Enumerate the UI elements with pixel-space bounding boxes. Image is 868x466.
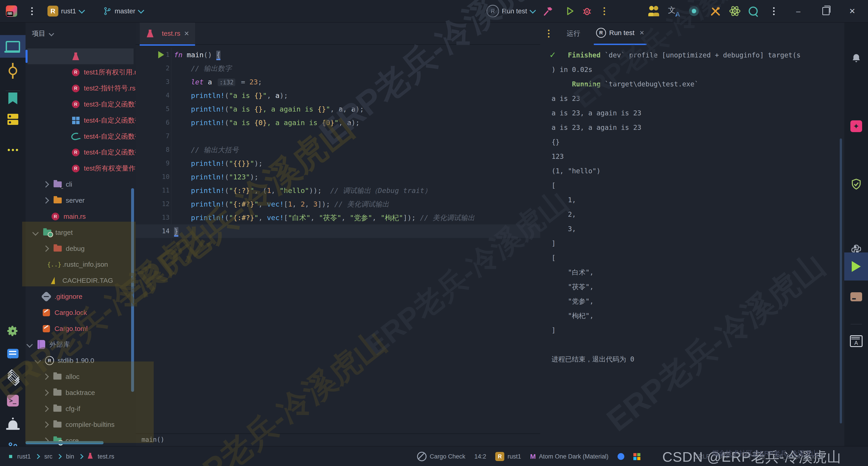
- translate-button[interactable]: 文A: [668, 0, 679, 22]
- project-widget[interactable]: R rust1: [48, 0, 84, 22]
- tree-row[interactable]: Rmain.rs: [26, 209, 135, 225]
- tab-run-test[interactable]: R Run test ✕: [594, 23, 647, 45]
- cargo-check-widget[interactable]: Cargo Check: [417, 452, 465, 461]
- tree-row[interactable]: Rtest4-自定义函数夺: [26, 145, 135, 161]
- breadcrumb-item[interactable]: test.rs: [98, 453, 114, 460]
- sidebar-item[interactable]: [0, 323, 26, 339]
- code-area[interactable]: 1fn main() {2 // 输出数字3 let a :i32 = 23;4…: [135, 48, 540, 238]
- tree-row[interactable]: alloc: [26, 369, 135, 384]
- code-line[interactable]: 2 // 输出数字: [135, 61, 540, 75]
- tree-row[interactable]: Rtest2-指针符号.rs: [26, 81, 135, 96]
- sidebar-item-project[interactable]: [0, 35, 26, 58]
- tree-row[interactable]: Rtest3-自定义函数调: [26, 96, 135, 112]
- sidebar-item-ai-assistant[interactable]: ✦: [844, 117, 868, 135]
- code-line[interactable]: 7: [135, 129, 540, 143]
- tree-row[interactable]: test4-自定义函数夺: [26, 128, 135, 144]
- code-with-me-button[interactable]: [648, 0, 659, 22]
- main-menu-button[interactable]: [31, 0, 33, 22]
- code-line[interactable]: 14}: [135, 225, 540, 238]
- sidebar-item[interactable]: [0, 90, 26, 106]
- tree-row[interactable]: backtrace: [26, 385, 135, 401]
- status-widget[interactable]: x86_64-pc-window: [773, 453, 824, 460]
- breadcrumb-item[interactable]: rust1: [17, 453, 31, 460]
- sidebar-item-notes-card[interactable]: [844, 288, 868, 306]
- punctuation: (: [225, 159, 229, 167]
- code-line[interactable]: 8 // 输出大括号: [135, 143, 540, 156]
- tree-row[interactable]: Cargo.toml: [26, 321, 135, 337]
- project-badge[interactable]: R rust1: [495, 452, 521, 461]
- caret-position[interactable]: 14:2: [474, 453, 487, 460]
- code-line[interactable]: 11 println!("{:?}", (1, "hello")); // 调试…: [135, 184, 540, 197]
- sidebar-item-run-tool[interactable]: [844, 253, 868, 281]
- status-widget[interactable]: CRLF: [694, 453, 710, 460]
- sidebar-item-documentation-book[interactable]: A: [844, 332, 868, 350]
- code-line[interactable]: 10 println!("123");: [135, 170, 540, 184]
- app-logo[interactable]: RR: [6, 0, 17, 22]
- code-line[interactable]: 12 println!("{:#?}", vec![1, 2, 3]); // …: [135, 197, 540, 211]
- sidebar-item[interactable]: [0, 142, 26, 158]
- close-tab-icon[interactable]: ✕: [184, 30, 189, 37]
- sidebar-item-notifications-bell[interactable]: [844, 50, 868, 68]
- theme-widget[interactable]: M Atom One Dark (Material): [530, 453, 609, 460]
- tree-row[interactable]: server: [26, 193, 135, 208]
- code-line[interactable]: 9 println!("{{}}");: [135, 156, 540, 170]
- project-vertical-scrollbar[interactable]: [131, 188, 134, 392]
- tree-row[interactable]: compiler-builtins: [26, 417, 135, 433]
- build-button[interactable]: [542, 0, 554, 22]
- vcs-branch-widget[interactable]: master: [103, 0, 143, 22]
- breadcrumb-item[interactable]: src: [44, 453, 53, 460]
- tree-row[interactable]: .gitignore: [26, 289, 135, 304]
- status-dot-icon[interactable]: [618, 453, 624, 460]
- sidebar-item[interactable]: [0, 416, 26, 432]
- tree-row[interactable]: {..}.rustc_info.json: [26, 257, 135, 272]
- sidebar-item[interactable]: >_: [0, 393, 26, 409]
- window-options-button[interactable]: [773, 0, 775, 22]
- tree-row[interactable]: Rtest所有权变量作用: [26, 161, 135, 176]
- close-button[interactable]: ✕: [849, 0, 856, 22]
- project-horizontal-scrollbar[interactable]: [26, 441, 103, 444]
- breadcrumb-item[interactable]: bin: [66, 453, 74, 460]
- tools-button[interactable]: [710, 0, 721, 22]
- code-line[interactable]: 6 println!("a is {0}, a again is {0}", a…: [135, 116, 540, 129]
- sidebar-item[interactable]: [0, 63, 26, 79]
- code-line[interactable]: 4 println!("a is {}", a);: [135, 89, 540, 102]
- search-everywhere-button[interactable]: [749, 0, 758, 22]
- tree-row[interactable]: ›_cli: [26, 176, 135, 192]
- sidebar-item[interactable]: [0, 369, 26, 385]
- console-scrollbar[interactable]: [840, 139, 842, 424]
- sidebar-item-inspections-shield[interactable]: [844, 176, 868, 194]
- run-console-output[interactable]: Finished `dev` profile [unoptimized + de…: [552, 48, 801, 367]
- tree-row[interactable]: test.rs: [26, 49, 135, 64]
- run-options-kebab-icon[interactable]: [548, 30, 550, 37]
- tree-row[interactable]: CACHEDIR.TAG: [26, 272, 135, 288]
- tab-test-rs[interactable]: test.rs ✕: [140, 23, 195, 46]
- status-widget[interactable]: UTF-8: [718, 453, 736, 460]
- tree-row[interactable]: Rtest1所有权引用.rs: [26, 64, 135, 80]
- tree-row[interactable]: test4-自定义函数夺: [26, 112, 135, 128]
- minimize-button[interactable]: –: [796, 0, 800, 22]
- tree-row[interactable]: Cargo.lock: [26, 305, 135, 321]
- status-widget[interactable]: 4个空格: [743, 453, 765, 461]
- run-more-button[interactable]: [603, 0, 605, 22]
- code-line[interactable]: 3 let a :i32 = 23;: [135, 75, 540, 89]
- chevron-down-icon: [79, 7, 85, 13]
- tree-row[interactable]: cfg-if: [26, 401, 135, 417]
- tree-row[interactable]: target: [26, 225, 135, 240]
- tree-row[interactable]: 外部库: [26, 337, 135, 352]
- tree-row[interactable]: debug: [26, 241, 135, 257]
- run-config-selector[interactable]: R Run test: [487, 0, 534, 22]
- restore-button[interactable]: [822, 0, 830, 22]
- code-line[interactable]: 13 println!("{:#?}", vec!["白术", "茯苓", "党…: [135, 211, 540, 225]
- run-button[interactable]: [565, 0, 575, 22]
- atom-plugin-button[interactable]: [729, 0, 741, 22]
- close-tab-icon[interactable]: ✕: [640, 29, 645, 36]
- code-line[interactable]: 1fn main() {: [135, 48, 540, 61]
- tree-row[interactable]: Rstdlib 1.90.0: [26, 353, 135, 369]
- project-panel-header[interactable]: 项目: [26, 23, 135, 44]
- record-button[interactable]: [689, 0, 699, 22]
- sidebar-item[interactable]: [0, 346, 26, 361]
- code-line[interactable]: 5 println!("a is {}, a again is {}", a, …: [135, 102, 540, 116]
- sidebar-item[interactable]: [0, 111, 26, 127]
- tab-run[interactable]: 运行: [567, 29, 580, 38]
- debug-button[interactable]: [581, 0, 593, 22]
